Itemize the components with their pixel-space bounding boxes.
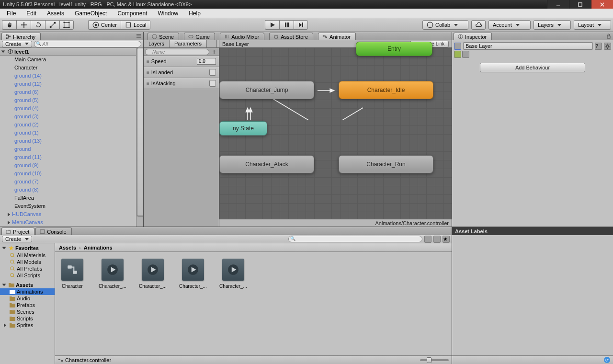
layout-dropdown[interactable]: Layout: [574, 20, 611, 30]
drag-handle-icon[interactable]: ≡: [147, 70, 148, 75]
menu-assets[interactable]: Assets: [43, 9, 68, 18]
tab-hierarchy[interactable]: Hierarchy: [1, 33, 41, 40]
cloud-button[interactable]: [471, 20, 486, 30]
maximize-button[interactable]: [569, 0, 591, 9]
param-search-input[interactable]: [145, 49, 209, 55]
layer-name-field[interactable]: Base Layer: [463, 42, 593, 50]
menu-file[interactable]: File: [3, 9, 20, 18]
node-entry[interactable]: Entry: [356, 42, 432, 56]
account-dropdown[interactable]: Account: [488, 20, 531, 30]
hierarchy-item[interactable]: FallArea: [0, 194, 143, 202]
hierarchy-item[interactable]: Main Camera: [0, 56, 143, 64]
hierarchy-item[interactable]: ground (8): [0, 186, 143, 194]
scale-tool[interactable]: [45, 20, 59, 30]
node-attack[interactable]: Character_Atack: [219, 155, 314, 173]
tab-game[interactable]: Game: [184, 33, 215, 40]
hierarchy-item[interactable]: Character: [0, 64, 143, 72]
project-tree[interactable]: ★Favorites All MaterialsAll ModelsAll Pr…: [0, 243, 55, 364]
thumbnail-size-slider[interactable]: [420, 359, 449, 361]
panel-menu-icon[interactable]: [136, 33, 142, 39]
drag-handle-icon[interactable]: ≡: [147, 59, 148, 64]
breadcrumb-baselayer[interactable]: Base Layer: [222, 41, 249, 47]
folder-item[interactable]: Scenes: [0, 308, 55, 315]
param-checkbox[interactable]: [209, 80, 216, 87]
hierarchy-item[interactable]: ground: [0, 145, 143, 153]
param-row[interactable]: ≡IsAtacking: [144, 78, 219, 89]
hierarchy-item[interactable]: ground (5): [0, 96, 143, 104]
favorite-item[interactable]: All Scripts: [0, 272, 55, 279]
asset-grid[interactable]: CharacterCharacter_...Character_...Chara…: [55, 252, 452, 355]
project-search[interactable]: [288, 236, 422, 242]
asset-item[interactable]: Character_...: [99, 259, 126, 289]
hierarchy-item[interactable]: ground (1): [0, 129, 143, 137]
hierarchy-item[interactable]: ground (6): [0, 88, 143, 96]
node-idle[interactable]: Character_Idle: [339, 81, 433, 99]
asset-item[interactable]: Character_...: [220, 259, 247, 289]
assetbundle-icon[interactable]: ⟳: [604, 357, 610, 363]
folder-item[interactable]: Prefabs: [0, 302, 55, 308]
hierarchy-item[interactable]: MenuCanvas: [0, 218, 143, 227]
param-row[interactable]: ≡IsLanded: [144, 67, 219, 78]
animator-eye-icon[interactable]: [207, 40, 217, 47]
settings-icon[interactable]: [604, 43, 611, 50]
asset-item[interactable]: Character: [59, 259, 86, 289]
menu-gameobject[interactable]: GameObject: [71, 9, 111, 18]
node-anystate[interactable]: ny State: [219, 121, 267, 136]
rect-tool[interactable]: [59, 20, 74, 30]
hierarchy-item[interactable]: HUDCanvas: [0, 210, 143, 218]
hierarchy-item[interactable]: EventSystem: [0, 202, 143, 210]
hierarchy-item[interactable]: ground (10): [0, 170, 143, 178]
param-row[interactable]: ≡Speed0.0: [144, 56, 219, 67]
favorite-item[interactable]: All Materials: [0, 252, 55, 259]
tab-project[interactable]: Project: [1, 228, 34, 235]
pivot-toggle[interactable]: Center: [88, 20, 121, 30]
hierarchy-item[interactable]: ground (9): [0, 161, 143, 170]
ik-pass-icon[interactable]: [454, 51, 461, 58]
node-jump[interactable]: Character_Jump: [219, 81, 314, 99]
hierarchy-item[interactable]: ground (11): [0, 153, 143, 161]
menu-window[interactable]: Window: [154, 9, 182, 18]
drag-handle-icon[interactable]: ≡: [147, 81, 148, 86]
hierarchy-item[interactable]: ground (14): [0, 72, 143, 80]
animator-layers-tab[interactable]: Layers: [144, 40, 170, 47]
hierarchy-create[interactable]: Create: [2, 41, 32, 47]
animator-params-tab[interactable]: Parameters: [170, 40, 207, 47]
hierarchy-item[interactable]: ground (12): [0, 80, 143, 88]
move-tool[interactable]: [16, 20, 31, 30]
node-run[interactable]: Character_Run: [339, 155, 433, 173]
add-behaviour-button[interactable]: Add Behaviour: [480, 63, 585, 72]
hierarchy-item[interactable]: ground (4): [0, 104, 143, 113]
animator-graph[interactable]: Base Layer Auto Live Link: [219, 40, 452, 227]
add-param-button[interactable]: +: [211, 48, 217, 55]
hierarchy-scrollbar[interactable]: [136, 48, 143, 227]
filter-by-label-icon[interactable]: [433, 236, 441, 243]
favorites-header[interactable]: ★Favorites: [0, 244, 55, 252]
close-button[interactable]: [591, 0, 613, 9]
tab-assetstore[interactable]: Asset Store: [269, 33, 313, 40]
lock-icon[interactable]: [606, 33, 612, 39]
scene-header[interactable]: level1: [0, 48, 143, 56]
hierarchy-item[interactable]: ground (13): [0, 137, 143, 145]
asset-item[interactable]: Character_...: [180, 259, 206, 289]
play-button[interactable]: [265, 20, 279, 30]
layers-dropdown[interactable]: Layers: [534, 20, 571, 30]
tab-scene[interactable]: Scene: [148, 33, 179, 40]
pause-button[interactable]: [279, 20, 294, 30]
help-icon[interactable]: ?: [595, 43, 602, 50]
tab-audiomixer[interactable]: Audio Mixer: [220, 33, 264, 40]
project-create[interactable]: Create: [2, 236, 32, 242]
folder-item[interactable]: Sprites: [0, 322, 55, 329]
hierarchy-search[interactable]: All: [34, 41, 141, 47]
tab-console[interactable]: Console: [35, 228, 71, 235]
hierarchy-item[interactable]: ground (2): [0, 121, 143, 129]
tab-animator[interactable]: Animator: [318, 33, 356, 40]
rotate-tool[interactable]: [31, 20, 45, 30]
hierarchy-item[interactable]: ground (3): [0, 113, 143, 121]
minimize-button[interactable]: [547, 0, 569, 9]
save-search-icon[interactable]: ★: [443, 236, 450, 243]
filter-by-type-icon[interactable]: [424, 236, 431, 243]
folder-item[interactable]: Animations: [0, 288, 55, 295]
menu-help[interactable]: Help: [185, 9, 204, 18]
hand-tool[interactable]: [2, 20, 16, 30]
project-breadcrumb[interactable]: Assets › Animations: [55, 243, 452, 252]
